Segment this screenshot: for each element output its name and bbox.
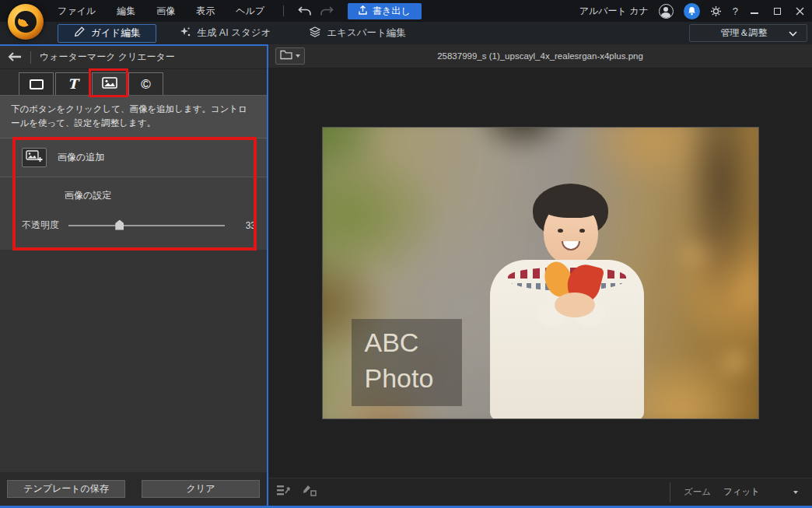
clear-button[interactable]: クリア (142, 480, 260, 498)
zoom-controls: ズーム フィット (684, 484, 804, 501)
save-template-button[interactable]: テンプレートの保存 (7, 480, 125, 498)
menu-file[interactable]: ファイル (58, 5, 96, 18)
tab-guided-edit[interactable]: ガイド編集 (58, 24, 156, 43)
sparkle-icon (180, 26, 191, 40)
upload-icon (359, 5, 367, 17)
tab-ai-studio[interactable]: 生成 AI スタジオ (164, 24, 286, 43)
image-icon (102, 77, 117, 92)
footer-divider (670, 482, 670, 503)
export-button[interactable]: 書き出し (348, 3, 422, 19)
image-settings-title: 画像の設定 (65, 189, 267, 202)
notifications-bell-icon[interactable] (684, 3, 700, 19)
menu-help[interactable]: ヘルプ (236, 5, 264, 18)
add-image-section: 画像の追加 (0, 138, 267, 177)
boy-fringe (542, 196, 600, 218)
image-plus-icon (26, 150, 43, 165)
redo-icon[interactable] (318, 5, 335, 17)
photo-canvas[interactable]: ABC Photo (268, 68, 812, 478)
help-icon[interactable]: ? (733, 5, 738, 17)
app-body: ウォーターマーク クリエーター T © 下のボタンをクリックして、画像を追加しま… (0, 44, 812, 506)
chevron-down-icon (789, 28, 797, 39)
menu-edit[interactable]: 編集 (117, 5, 135, 18)
boy-eye (579, 229, 585, 233)
mode-tabbar: ガイド編集 生成 AI スタジオ エキスパート編集 管理＆調整 (0, 22, 812, 44)
caret-down-icon (793, 491, 798, 494)
close-button[interactable] (793, 5, 806, 17)
folder-dropdown-button[interactable] (275, 47, 305, 65)
header-divider (30, 51, 31, 64)
opacity-control: 不透明度 33 (22, 219, 256, 232)
current-filename: 25837999_s (1)_upscayl_4x_realesrgan-x4p… (268, 51, 812, 61)
watermark-line2: Photo (365, 361, 462, 397)
add-image-label: 画像の追加 (58, 151, 104, 164)
pencil-edit-icon[interactable] (302, 484, 317, 500)
opacity-label: 不透明度 (22, 219, 59, 232)
layers-icon (310, 26, 320, 40)
user-avatar-icon[interactable] (659, 4, 674, 19)
opacity-slider-thumb[interactable] (115, 220, 124, 230)
tab-ai-studio-label: 生成 AI スタジオ (197, 26, 271, 40)
menubar: ファイル 編集 画像 表示 ヘルプ (58, 5, 264, 18)
zoom-label: ズーム (684, 486, 711, 498)
user-name[interactable]: アルバート カナ (579, 5, 649, 18)
boy-eye (558, 229, 563, 233)
caret-down-icon (296, 54, 300, 58)
instruction-text: 下のボタンをクリックして、画像を追加します。コントロールを使って、設定を調整しま… (0, 96, 267, 138)
tab-frame[interactable] (19, 72, 54, 95)
tab-expert-edit-label: エキスパート編集 (327, 26, 405, 40)
opacity-slider[interactable] (68, 225, 225, 226)
menu-view[interactable]: 表示 (196, 5, 215, 18)
opacity-value: 33 (236, 220, 256, 231)
manage-adjust-dropdown[interactable]: 管理＆調整 (689, 24, 807, 42)
frame-icon (30, 79, 44, 89)
panel-footer: テンプレートの保存 クリア (0, 472, 267, 506)
titlebar: ファイル 編集 画像 表示 ヘルプ 書き出し アルバート カナ (0, 0, 812, 22)
panel-empty-area (0, 250, 267, 472)
canvas-header: 25837999_s (1)_upscayl_4x_realesrgan-x4p… (268, 44, 812, 68)
maximize-button[interactable] (771, 5, 783, 17)
tab-guided-edit-label: ガイド編集 (91, 26, 140, 40)
menu-image[interactable]: 画像 (156, 5, 175, 18)
tab-image[interactable] (92, 72, 127, 95)
tab-text[interactable]: T (55, 72, 90, 95)
canvas-footer: ズーム フィット (268, 478, 812, 506)
copyright-icon: © (141, 78, 151, 91)
zoom-fit-dropdown[interactable]: フィット (717, 484, 804, 501)
boy-hands (555, 293, 595, 317)
tab-expert-edit[interactable]: エキスパート編集 (294, 24, 421, 43)
settings-gear-icon[interactable] (710, 5, 723, 17)
titlebar-separator (283, 5, 284, 16)
zoom-value: フィット (723, 486, 760, 498)
watermark-type-tabs: T © (0, 69, 267, 96)
main-area: 25837999_s (1)_upscayl_4x_realesrgan-x4p… (268, 44, 812, 506)
image-settings-section: 画像の設定 不透明度 33 (0, 177, 267, 250)
back-arrow-icon[interactable] (8, 51, 22, 65)
watermark-line1: ABC (365, 325, 462, 361)
export-label: 書き出し (373, 5, 411, 18)
titlebar-right: アルバート カナ ? (579, 0, 806, 22)
panel-header: ウォーターマーク クリエーター (0, 46, 267, 69)
minimize-button[interactable] (748, 5, 761, 17)
manage-adjust-label: 管理＆調整 (721, 26, 768, 40)
add-image-button[interactable] (22, 148, 47, 167)
photo-preview[interactable]: ABC Photo (323, 128, 758, 419)
list-arrow-icon[interactable] (276, 484, 292, 500)
tab-copyright[interactable]: © (128, 72, 163, 95)
folder-icon (280, 50, 292, 62)
photodirector-window: ファイル 編集 画像 表示 ヘルプ 書き出し アルバート カナ (0, 0, 812, 508)
panel-title: ウォーターマーク クリエーター (40, 51, 175, 64)
undo-icon[interactable] (296, 5, 313, 17)
watermark-overlay[interactable]: ABC Photo (352, 319, 462, 406)
text-icon: T (68, 76, 78, 92)
photodirector-logo (8, 4, 44, 40)
pen-icon (74, 26, 85, 40)
watermark-panel: ウォーターマーク クリエーター T © 下のボタンをクリックして、画像を追加しま… (0, 44, 268, 506)
